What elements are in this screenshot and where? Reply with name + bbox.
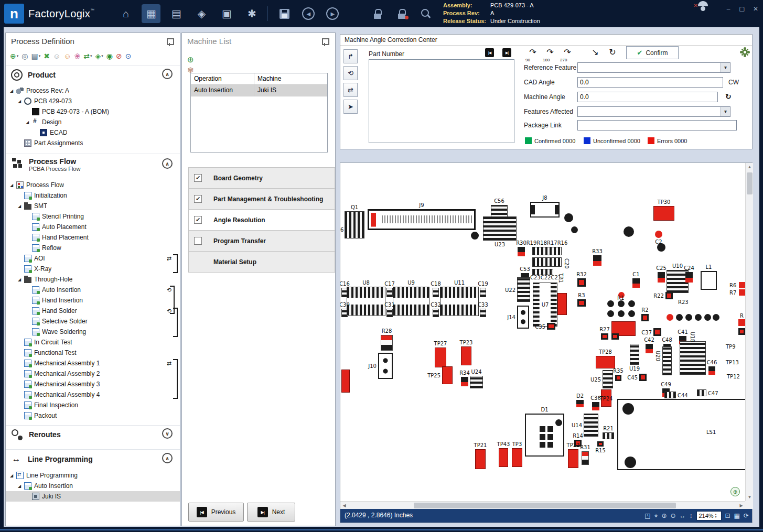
- expander-icon[interactable]: ◢: [10, 89, 16, 93]
- materials-icon[interactable]: ▤: [167, 4, 186, 23]
- pcb-component[interactable]: [625, 457, 636, 468]
- pcb-component-c37[interactable]: [653, 328, 661, 336]
- pcb-component-j8[interactable]: [530, 202, 560, 218]
- pcb-component-c18[interactable]: [433, 288, 439, 297]
- pcb-component[interactable]: [540, 426, 545, 432]
- back-button[interactable]: ◀: [298, 5, 318, 23]
- user-gray-icon[interactable]: ☺: [53, 52, 60, 60]
- pcb-component-r2[interactable]: [641, 314, 649, 321]
- checkbox[interactable]: ✔: [194, 216, 202, 224]
- pcb-component[interactable]: [557, 293, 567, 315]
- pcb-component-c1[interactable]: [632, 278, 640, 288]
- pcb-component[interactable]: [738, 328, 745, 335]
- expander-icon[interactable]: ◢: [18, 99, 24, 104]
- pcb-component-r22[interactable]: [665, 292, 673, 299]
- horizontal-scroll-thumb[interactable]: [414, 503, 676, 508]
- pcb-component-tp30[interactable]: [653, 206, 674, 221]
- expand-reroutes-button[interactable]: [162, 428, 173, 439]
- loop-back-icon[interactable]: ⟲: [167, 287, 171, 294]
- collapse-product-button[interactable]: [162, 69, 173, 79]
- delete-icon[interactable]: ✖: [44, 52, 50, 60]
- tree-item-mechanical-assembly-1[interactable]: Mechanical Assembly 1⇄: [6, 358, 180, 368]
- cad-angle-input[interactable]: [577, 77, 723, 88]
- tree-item-ecad[interactable]: ECAD: [6, 127, 180, 138]
- pcb-component-c36[interactable]: [592, 402, 599, 410]
- pcb-component[interactable]: [676, 314, 683, 321]
- pcb-component[interactable]: [662, 346, 672, 375]
- pcb-component-u24[interactable]: [470, 376, 483, 388]
- confirm-button[interactable]: ✔ Confirm: [626, 46, 679, 59]
- expander-icon[interactable]: ◢: [26, 120, 32, 125]
- pcb-component-l1[interactable]: [701, 271, 717, 290]
- locate-icon[interactable]: ➤: [343, 100, 358, 114]
- previous-button[interactable]: |◀ Previous: [188, 503, 244, 522]
- part-number-list[interactable]: [369, 59, 514, 143]
- scope-icon[interactable]: ◎: [22, 52, 28, 60]
- unlock-button[interactable]: [392, 5, 412, 23]
- maximize-button[interactable]: [737, 4, 747, 14]
- flower-icon[interactable]: ❀: [74, 52, 81, 60]
- first-part-icon[interactable]: |◀: [485, 48, 494, 57]
- machine-angle-input[interactable]: [577, 92, 718, 102]
- pin-icon[interactable]: [166, 38, 173, 46]
- tree-item-smt[interactable]: ◢SMT: [6, 201, 180, 211]
- tree-item-mechanical-assembly-3[interactable]: Mechanical Assembly 3: [6, 379, 180, 389]
- process-editor-icon[interactable]: ▦: [142, 4, 160, 23]
- checkbox[interactable]: ✔: [194, 195, 202, 203]
- pcb-component[interactable]: [471, 232, 479, 240]
- pcb-component-u19[interactable]: [630, 344, 639, 365]
- pcb-component[interactable]: [607, 300, 614, 307]
- pcb-component[interactable]: [618, 310, 625, 317]
- step-material-setup[interactable]: Material Setup: [189, 252, 335, 273]
- scroll-left-icon[interactable]: ◀: [340, 502, 348, 509]
- pcb-component[interactable]: [564, 213, 573, 222]
- pcb-component-j14[interactable]: [517, 306, 529, 329]
- product-section-header[interactable]: Product: [6, 66, 180, 83]
- tree-item-mechanical-assembly-4[interactable]: Mechanical Assembly 4: [6, 389, 180, 400]
- pcb-component-c44[interactable]: [664, 392, 676, 398]
- step-part-management-troubleshooting[interactable]: ✔Part Management & Troubleshooting: [189, 189, 335, 210]
- package-link-input[interactable]: [577, 120, 737, 131]
- close-button[interactable]: [750, 4, 761, 14]
- fit-zoom-button[interactable]: [730, 487, 740, 496]
- tree-item-auto-placement[interactable]: Auto Placement: [6, 222, 180, 232]
- pcb-component-tp28[interactable]: [596, 356, 615, 368]
- pcb-canvas[interactable]: Q16J9C56J8TP30U23C2R30R19R18R17R16R33C53…: [340, 163, 745, 501]
- home-icon[interactable]: ⌂: [116, 4, 135, 23]
- tree-item-auto-insertion[interactable]: Auto Insertion⟲: [6, 285, 180, 295]
- pcb-component-j9[interactable]: [368, 209, 476, 230]
- pcb-component-j10[interactable]: [378, 353, 393, 379]
- reroute-icon[interactable]: ⇄: [167, 255, 171, 262]
- scroll-up-icon[interactable]: ▲: [746, 163, 754, 171]
- tree-item-part-assignments[interactable]: Part Assignments: [6, 138, 180, 148]
- sync-icon[interactable]: ⇄▾: [83, 52, 92, 60]
- pcb-component-c2[interactable]: [655, 231, 662, 238]
- print-icon[interactable]: ▤▾: [31, 52, 40, 60]
- rotate-270-icon[interactable]: ↷270: [561, 47, 574, 61]
- export-angle-icon[interactable]: ↱: [343, 49, 358, 63]
- pcb-component[interactable]: [617, 399, 745, 470]
- vertical-scroll-thumb[interactable]: [747, 172, 753, 194]
- pcb-component[interactable]: [680, 341, 706, 375]
- pcb-component-r30[interactable]: [518, 247, 525, 256]
- approve-icon[interactable]: ◉: [106, 52, 113, 60]
- pcb-component-c42[interactable]: [646, 344, 653, 353]
- grid-icon[interactable]: ▦: [734, 512, 740, 519]
- pcb-component[interactable]: [547, 442, 553, 448]
- pcb-component[interactable]: [685, 314, 692, 321]
- spin-icon[interactable]: ↻: [606, 47, 619, 61]
- rotate-add-icon[interactable]: ⟲: [343, 66, 358, 80]
- features-affected-select[interactable]: [577, 106, 730, 117]
- horizontal-scrollbar[interactable]: ◀ ▶: [340, 501, 745, 509]
- tree-item-pcb-429-073[interactable]: ◢PCB 429-073: [6, 96, 180, 106]
- pcb-component-u9[interactable]: [393, 287, 429, 316]
- pcb-component-tp25[interactable]: [442, 366, 453, 384]
- add-machine-icon[interactable]: ⊕: [187, 55, 194, 64]
- collapse-line-button[interactable]: [162, 453, 173, 463]
- pcb-component-tp23[interactable]: [461, 346, 471, 365]
- pcb-component-u8[interactable]: [347, 287, 385, 316]
- pause-icon[interactable]: ⊙: [125, 52, 132, 60]
- tree-item-packout[interactable]: Packout: [6, 410, 180, 421]
- tree-item-in-circuit-test[interactable]: In Circuit Test: [6, 337, 180, 348]
- pcb-component-d2[interactable]: [576, 400, 584, 407]
